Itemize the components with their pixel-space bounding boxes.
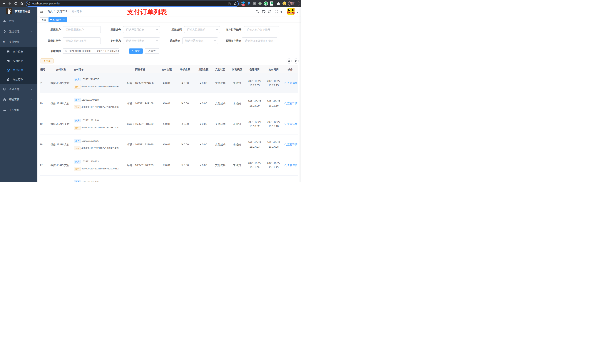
svg-text:⌘: ⌘ — [254, 2, 256, 5]
svg-text:10: 10 — [242, 4, 245, 6]
svg-text:y: y — [265, 2, 267, 5]
